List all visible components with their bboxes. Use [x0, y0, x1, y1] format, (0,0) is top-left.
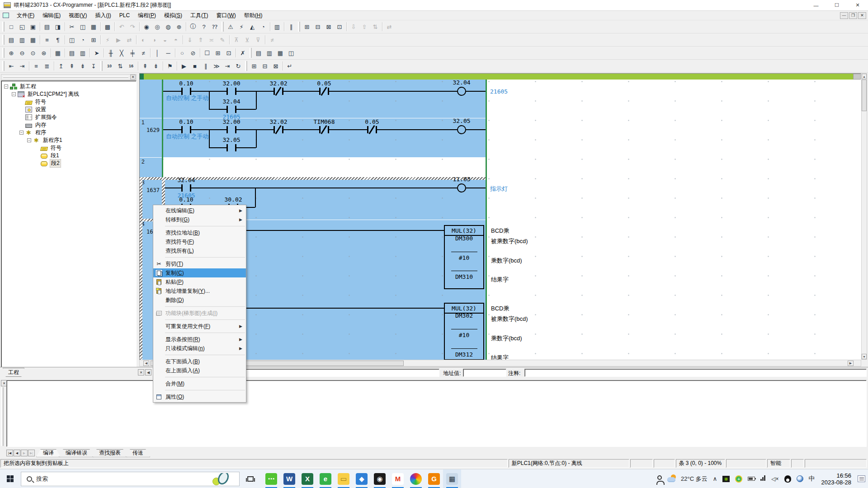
paste-icon[interactable]: ▦	[88, 22, 99, 32]
sim-pause-icon[interactable]: ∥	[200, 61, 211, 71]
child-restore-button[interactable]: ❐	[849, 12, 857, 19]
tab-prev-icon[interactable]: ◀	[14, 450, 20, 456]
search-program-icon[interactable]: ◭	[247, 22, 258, 32]
rung-area-2[interactable]	[162, 158, 486, 178]
search-input[interactable]: 搜索	[21, 472, 240, 486]
context-help-icon[interactable]: ⁇	[209, 22, 220, 32]
instruction-block-2[interactable]: MUL(32)DM302#10DM312	[444, 303, 484, 360]
mode-program-icon[interactable]: ◐	[138, 35, 149, 45]
scroll-up-icon[interactable]: ▲	[862, 74, 867, 79]
output-content[interactable]	[6, 380, 867, 447]
tile-windows-icon[interactable]: ⊞	[249, 61, 259, 71]
format-decimal-icon[interactable]: 10	[104, 61, 115, 71]
ladder-hscrollbar[interactable]: ◀ ▶	[139, 360, 861, 366]
force-off-icon[interactable]: ⊻	[242, 35, 253, 45]
close-button[interactable]: ✕	[847, 0, 868, 11]
antivirus-tray-button[interactable]: +	[732, 469, 745, 488]
contact-32.04[interactable]	[226, 106, 236, 113]
menubar-item-8[interactable]: 工具(T)	[186, 11, 212, 20]
collapse-strip-icon[interactable]: ◀	[145, 369, 151, 375]
new-instruction-icon[interactable]: ☐	[202, 48, 212, 58]
online-work-icon[interactable]: ⚡	[102, 35, 113, 45]
menu-item-在下面插入[interactable]: 在下面插入(B)	[153, 357, 246, 366]
contact-32.05[interactable]	[226, 144, 236, 151]
next-rung-icon[interactable]: ⇟	[151, 61, 161, 71]
taskbar-app-file-explorer[interactable]: ▭	[335, 469, 353, 488]
window-settings-icon[interactable]: ⊠	[323, 22, 334, 32]
watch-clock-icon[interactable]: ◔	[258, 22, 269, 32]
online-edit-icon[interactable]: ✎	[217, 35, 228, 45]
compile-check-icon[interactable]: ⚠	[225, 22, 236, 32]
contact-32.02-nc[interactable]	[274, 88, 283, 95]
format-hex-icon[interactable]: 16	[126, 61, 137, 71]
close-strip-icon[interactable]: ✕	[138, 369, 144, 375]
menu-item-复制[interactable]: 复制(C)	[153, 268, 246, 277]
rung-margin-2[interactable]: 2	[140, 158, 162, 178]
toolbar-grip[interactable]	[2, 35, 5, 45]
zoom-fit-icon[interactable]: ⊛	[38, 48, 49, 58]
new-coil-icon[interactable]: ○	[177, 48, 188, 58]
output-grip[interactable]	[1, 387, 4, 446]
menu-item-属性[interactable]: 属性(O)	[153, 392, 246, 401]
scroll-right-icon[interactable]: ▶	[848, 361, 854, 366]
new-function-block-icon[interactable]: ⊞	[212, 48, 223, 58]
menubar-item-7[interactable]: 模拟(S)	[160, 11, 186, 20]
compile-all-icon[interactable]: ⚡	[236, 22, 247, 32]
vscroll-thumb[interactable]	[862, 80, 867, 111]
print-preview-icon[interactable]: ◨	[52, 22, 63, 32]
menubar-item-4[interactable]: 插入(I)	[91, 11, 115, 20]
tree-item-内存[interactable]: 内存	[1, 121, 136, 129]
prev-rung-icon[interactable]: ⇞	[140, 61, 151, 71]
menubar-item-2[interactable]: 编辑(E)	[38, 11, 65, 20]
tree-item-符号[interactable]: 符号	[1, 98, 136, 106]
toolbar-grip[interactable]	[2, 48, 5, 58]
menubar-item-5[interactable]: PLC	[115, 11, 134, 20]
force-on-icon[interactable]: ⊼	[231, 35, 242, 45]
contact-32.00[interactable]	[226, 88, 236, 95]
pause-monitor-icon[interactable]: ∥	[286, 22, 297, 32]
taskbar-app-color-wheel[interactable]	[407, 469, 425, 488]
online-network-icon[interactable]: ⇄	[124, 35, 135, 45]
cascade-windows-icon[interactable]: ⊟	[259, 61, 270, 71]
taskbar-app-app-blue[interactable]: ◆	[353, 469, 371, 488]
view-section-list-icon[interactable]: ▥	[17, 35, 28, 45]
expand-icon[interactable]: −	[27, 138, 31, 142]
indent-rung-icon[interactable]: ⇤	[6, 61, 17, 71]
qq-tray-button[interactable]	[782, 469, 794, 488]
cut-icon[interactable]: ✂	[66, 22, 77, 32]
cycle-time-icon[interactable]: ◔	[77, 35, 88, 45]
taskbar-app-photos-dark[interactable]: ◉	[371, 469, 389, 488]
menu-item-粘贴[interactable]: 粘贴(P)	[153, 277, 246, 286]
contact-32.00[interactable]	[226, 126, 236, 133]
maximize-button[interactable]: ☐	[826, 0, 847, 11]
watch-window-icon[interactable]: ◫	[66, 35, 77, 45]
insert-return-icon[interactable]: ↵	[284, 61, 295, 71]
weather-button[interactable]: 22°C 多云	[665, 469, 710, 488]
outdent-rung-icon[interactable]: ⇥	[17, 61, 28, 71]
mode-monitor-icon[interactable]: ◒	[160, 35, 170, 45]
nvidia-tray-button[interactable]: ◉	[720, 469, 732, 488]
new-or-contact-nc-icon[interactable]: ≠	[138, 48, 149, 58]
taskbar-app-app-m[interactable]: M	[389, 469, 407, 488]
mode-run-icon[interactable]: ◓	[170, 35, 181, 45]
new-or-contact-icon[interactable]: ╪	[127, 48, 138, 58]
window-view-2-icon[interactable]: ▥	[264, 48, 275, 58]
diff-down-icon[interactable]: ↧	[88, 61, 99, 71]
ime-button[interactable]: 中	[806, 469, 818, 488]
rung-margin-1[interactable]: 11629	[140, 118, 162, 158]
tab-编译错误[interactable]: 编译错误	[59, 449, 94, 457]
view-mnemonic-icon[interactable]: ▦	[28, 35, 38, 45]
format-toggle-icon[interactable]: ⇅	[115, 61, 126, 71]
expand-icon[interactable]: −	[4, 84, 8, 89]
find-replace-icon[interactable]: ◎	[152, 22, 163, 32]
menu-item-可重复使用文件[interactable]: 可重复使用文件(F)▶	[153, 322, 246, 331]
contact-32.04[interactable]	[181, 184, 191, 192]
window-symbol-table-icon[interactable]: ⊞	[302, 22, 312, 32]
contact-TIM068-nc[interactable]	[319, 126, 329, 133]
taskbar-app-word[interactable]: W	[280, 469, 298, 488]
tree-item-设置[interactable]: 设置	[1, 106, 136, 113]
verify-icon[interactable]: ≍	[206, 35, 217, 45]
ladder-right-area[interactable]	[487, 80, 861, 360]
ladder-vscrollbar[interactable]: ▲ ▼	[861, 73, 867, 360]
tree-item-段1[interactable]: 段1	[1, 152, 136, 160]
